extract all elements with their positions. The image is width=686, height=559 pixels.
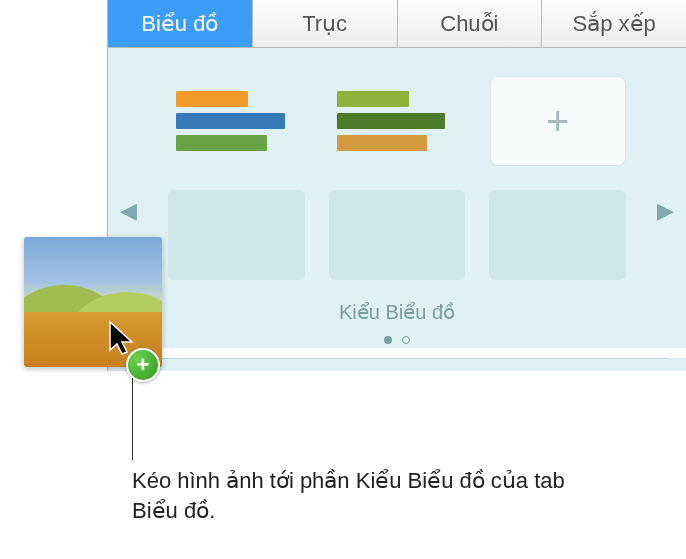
tab-chart[interactable]: Biểu đồ bbox=[108, 0, 253, 47]
chart-style-preset-1[interactable] bbox=[168, 76, 305, 166]
preset-bar bbox=[176, 113, 285, 129]
tab-series[interactable]: Chuỗi bbox=[398, 0, 543, 47]
tab-axis[interactable]: Trục bbox=[253, 0, 398, 47]
callout-line bbox=[132, 378, 133, 460]
section-divider bbox=[126, 358, 668, 359]
plus-icon: + bbox=[137, 354, 150, 376]
preset-bar bbox=[337, 91, 409, 107]
add-chart-style-button[interactable]: + bbox=[490, 76, 626, 166]
drag-add-badge-icon: + bbox=[126, 348, 160, 382]
chart-style-preset-2[interactable] bbox=[329, 76, 466, 166]
preset-bar bbox=[337, 113, 446, 129]
callout-caption: Kéo hình ảnh tới phần Kiểu Biểu đồ của t… bbox=[132, 466, 572, 525]
tab-bar: Biểu đồ Trục Chuỗi Sắp xếp bbox=[108, 0, 686, 48]
styles-prev-arrow[interactable]: ◀ bbox=[120, 198, 137, 224]
svg-marker-0 bbox=[110, 322, 132, 354]
style-presets-row: + bbox=[108, 76, 686, 166]
chart-styles-section: + ◀ ▶ Kiểu Biểu đồ bbox=[108, 48, 686, 371]
styles-next-arrow[interactable]: ▶ bbox=[657, 198, 674, 224]
format-panel: Biểu đồ Trục Chuỗi Sắp xếp + ◀ ▶ bbox=[107, 0, 686, 371]
preset-bar bbox=[176, 91, 248, 107]
chart-styles-label: Kiểu Biểu đồ bbox=[108, 300, 686, 324]
style-drop-slot[interactable] bbox=[489, 190, 626, 280]
preset-bar bbox=[337, 135, 428, 151]
style-drop-slot[interactable] bbox=[329, 190, 466, 280]
tab-arrange[interactable]: Sắp xếp bbox=[542, 0, 686, 47]
style-drop-targets bbox=[108, 166, 686, 292]
plus-icon: + bbox=[546, 101, 569, 141]
pager-dot-active[interactable] bbox=[384, 336, 392, 344]
pager-dot[interactable] bbox=[402, 336, 410, 344]
style-drop-slot[interactable] bbox=[168, 190, 305, 280]
preset-bar bbox=[176, 135, 267, 151]
styles-pager bbox=[108, 330, 686, 348]
